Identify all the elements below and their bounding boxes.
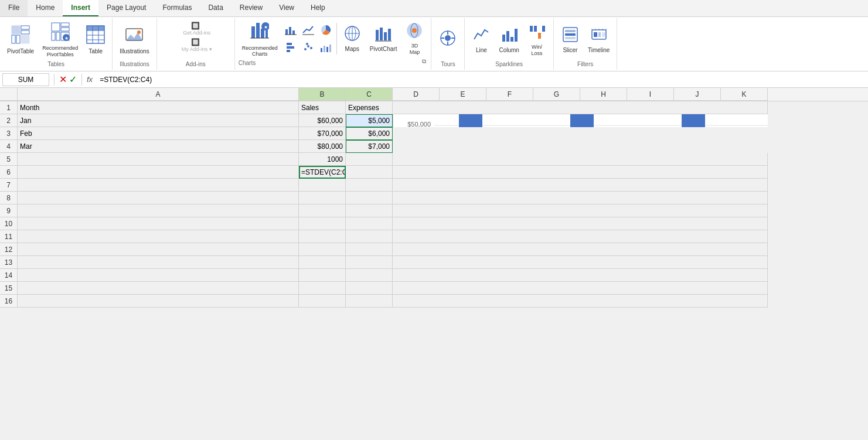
row-header-12[interactable]: 12 xyxy=(0,243,18,256)
cell-d9[interactable] xyxy=(393,204,768,217)
cell-d7[interactable] xyxy=(393,179,768,192)
row-header-16[interactable]: 16 xyxy=(0,295,18,308)
cell-a1[interactable]: Month xyxy=(18,101,299,114)
cell-c14[interactable] xyxy=(346,269,393,282)
tab-formulas[interactable]: Formulas xyxy=(154,0,200,16)
cell-b6[interactable]: =STDEV(C2:C4) xyxy=(299,166,346,179)
cell-a12[interactable] xyxy=(18,243,299,256)
scatter-chart-button[interactable] xyxy=(300,39,316,56)
col-header-d[interactable]: D xyxy=(393,88,440,101)
tab-review[interactable]: Review xyxy=(232,0,271,16)
tab-insert[interactable]: Insert xyxy=(63,0,98,16)
cell-a2[interactable]: Jan xyxy=(18,114,299,127)
cell-b16[interactable] xyxy=(299,295,346,308)
pivot-chart-button[interactable]: PivotChart xyxy=(366,21,401,57)
col-header-f[interactable]: F xyxy=(486,88,533,101)
tours-button[interactable] xyxy=(435,22,461,59)
cell-a7[interactable] xyxy=(18,179,299,192)
cell-b13[interactable] xyxy=(299,256,346,269)
my-addins-button[interactable]: 🔲 My Add-ins ▾ xyxy=(161,37,231,53)
tab-home[interactable]: Home xyxy=(28,0,63,16)
cell-b9[interactable] xyxy=(299,204,346,217)
cell-c5[interactable] xyxy=(346,153,393,166)
3d-map-button[interactable]: 3DMap xyxy=(401,21,427,57)
row-header-5[interactable]: 5 xyxy=(0,153,18,166)
cell-c12[interactable] xyxy=(346,243,393,256)
cell-c15[interactable] xyxy=(346,282,393,295)
get-addins-button[interactable]: 🔲 Get Add-ins xyxy=(161,21,231,37)
line-chart-button[interactable] xyxy=(300,22,316,38)
cell-a9[interactable] xyxy=(18,204,299,217)
charts-expand-icon[interactable]: ⧉ xyxy=(421,57,427,66)
cell-d11[interactable] xyxy=(393,230,768,243)
cell-c8[interactable] xyxy=(346,192,393,204)
col-header-c[interactable]: C xyxy=(346,88,393,101)
win-loss-button[interactable]: Win/Loss xyxy=(524,22,550,59)
cell-b1[interactable]: Sales xyxy=(299,101,346,114)
cell-a6[interactable] xyxy=(18,166,299,179)
recommended-pivottables-button[interactable]: ★ RecommendedPivotTables xyxy=(39,22,81,59)
cell-d2[interactable]: Chart Title $90,000 $80,000 $70,000 $60,… xyxy=(393,114,768,127)
cell-c6[interactable] xyxy=(346,166,393,179)
col-header-a[interactable]: A xyxy=(18,88,299,101)
tab-file[interactable]: File xyxy=(0,0,28,16)
cell-d14[interactable] xyxy=(393,269,768,282)
pivot-table-button[interactable]: PivotTable xyxy=(4,22,38,59)
row-header-6[interactable]: 6 xyxy=(0,166,18,179)
line-sparkline-button[interactable]: Line xyxy=(468,22,494,59)
cell-c3[interactable]: $6,000 xyxy=(346,127,393,140)
cell-c13[interactable] xyxy=(346,256,393,269)
col-header-k[interactable]: K xyxy=(721,88,768,101)
pie-chart-button[interactable] xyxy=(318,22,334,38)
row-header-11[interactable]: 11 xyxy=(0,230,18,243)
formula-cancel-icon[interactable]: ✕ xyxy=(59,74,67,85)
cell-d4[interactable] xyxy=(393,140,768,153)
cell-b14[interactable] xyxy=(299,269,346,282)
table-button[interactable]: Table xyxy=(83,22,108,59)
bar-chart-button[interactable] xyxy=(282,39,299,56)
cell-a4[interactable]: Mar xyxy=(18,140,299,153)
cell-a10[interactable] xyxy=(18,217,299,230)
cell-c10[interactable] xyxy=(346,217,393,230)
cell-a8[interactable] xyxy=(18,192,299,204)
cell-c9[interactable] xyxy=(346,204,393,217)
cell-d16[interactable] xyxy=(393,295,768,308)
cell-b15[interactable] xyxy=(299,282,346,295)
cell-b12[interactable] xyxy=(299,243,346,256)
cell-a5[interactable] xyxy=(18,153,299,166)
col-header-h[interactable]: H xyxy=(580,88,627,101)
cell-b11[interactable] xyxy=(299,230,346,243)
cell-c11[interactable] xyxy=(346,230,393,243)
cell-a11[interactable] xyxy=(18,230,299,243)
row-header-3[interactable]: 3 xyxy=(0,127,18,140)
cell-d10[interactable] xyxy=(393,217,768,230)
tab-help[interactable]: Help xyxy=(302,0,333,16)
formula-confirm-icon[interactable]: ✓ xyxy=(69,74,77,85)
cell-c2[interactable]: $5,000 xyxy=(346,114,393,127)
tab-view[interactable]: View xyxy=(271,0,302,16)
row-header-10[interactable]: 10 xyxy=(0,217,18,230)
column-sparkline-button[interactable]: Column xyxy=(495,22,522,59)
cell-b3[interactable]: $70,000 xyxy=(299,127,346,140)
cell-d15[interactable] xyxy=(393,282,768,295)
cell-b2[interactable]: $60,000 xyxy=(299,114,346,127)
cell-d12[interactable] xyxy=(393,243,768,256)
row-header-13[interactable]: 13 xyxy=(0,256,18,269)
cell-b7[interactable] xyxy=(299,179,346,192)
tab-page-layout[interactable]: Page Layout xyxy=(98,0,154,16)
cell-b4[interactable]: $80,000 xyxy=(299,140,346,153)
cell-b5[interactable]: 1000 xyxy=(299,153,346,166)
col-header-b[interactable]: B xyxy=(299,88,346,101)
cell-c16[interactable] xyxy=(346,295,393,308)
recommended-charts-button[interactable]: ★ RecommendedCharts xyxy=(239,21,281,57)
col-header-i[interactable]: I xyxy=(627,88,674,101)
cell-d5[interactable] xyxy=(393,153,768,166)
cell-d8[interactable] xyxy=(393,192,768,204)
row-header-4[interactable]: 4 xyxy=(0,140,18,153)
cell-d3[interactable] xyxy=(393,127,768,140)
column-chart-button[interactable] xyxy=(282,22,299,38)
row-header-9[interactable]: 9 xyxy=(0,204,18,217)
row-header-15[interactable]: 15 xyxy=(0,282,18,295)
cell-b8[interactable] xyxy=(299,192,346,204)
col-header-j[interactable]: J xyxy=(674,88,721,101)
